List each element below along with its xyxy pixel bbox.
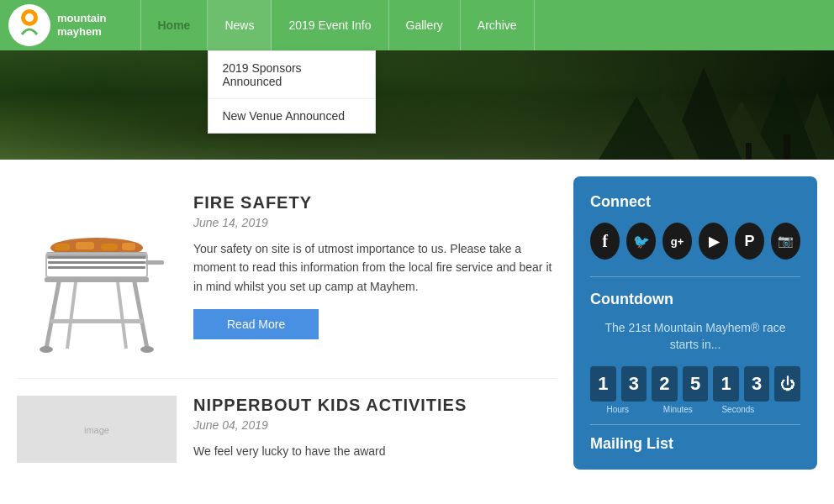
article-nipperbout-body: NIPPERBOUT KIDS ACTIVITIES June 04, 2019… bbox=[193, 396, 557, 474]
sidebar-card: Connect f 🐦 g+ ▶ P 📷 Countdown The 21st … bbox=[573, 176, 817, 470]
logo-icon bbox=[8, 4, 50, 46]
logo[interactable]: mountain mayhem bbox=[8, 4, 107, 46]
nav-items: Home News 2019 Sponsors Announced New Ve… bbox=[140, 0, 826, 50]
article-nipperbout-image: image bbox=[17, 396, 177, 463]
svg-rect-14 bbox=[101, 244, 118, 250]
svg-line-25 bbox=[118, 282, 126, 349]
power-icon: ⏻ bbox=[774, 366, 800, 402]
seconds-digit-2: 3 bbox=[744, 366, 770, 402]
pinterest-icon[interactable]: P bbox=[735, 223, 764, 260]
bbq-grill-icon bbox=[21, 202, 172, 361]
svg-point-26 bbox=[40, 346, 53, 353]
mailing-divider bbox=[590, 424, 800, 425]
seconds-label: Seconds bbox=[710, 405, 766, 414]
svg-rect-18 bbox=[48, 261, 145, 264]
dropdown-item-venue[interactable]: New Venue Announced bbox=[208, 99, 375, 133]
nav-item-archive[interactable]: Archive bbox=[461, 0, 535, 50]
content-area: FIRE SAFETY June 14, 2019 Your safety on… bbox=[17, 176, 557, 491]
svg-rect-15 bbox=[122, 243, 135, 250]
svg-line-23 bbox=[135, 282, 147, 349]
google-plus-icon[interactable]: g+ bbox=[662, 223, 692, 260]
nav-item-home[interactable]: Home bbox=[140, 0, 208, 50]
youtube-icon[interactable]: ▶ bbox=[699, 223, 728, 260]
countdown-title: Countdown bbox=[590, 291, 800, 308]
countdown-labels-row: Hours Minutes Seconds bbox=[590, 405, 800, 414]
article-fire-safety-body: FIRE SAFETY June 14, 2019 Your safety on… bbox=[193, 193, 557, 361]
countdown-digits: 1 3 2 5 1 3 ⏻ bbox=[590, 366, 800, 402]
svg-rect-19 bbox=[48, 266, 145, 269]
sidebar: Connect f 🐦 g+ ▶ P 📷 Countdown The 21st … bbox=[573, 176, 817, 491]
article-nipperbout-title: NIPPERBOUT KIDS ACTIVITIES bbox=[193, 396, 557, 415]
nav-item-event-info[interactable]: 2019 Event Info bbox=[272, 0, 388, 50]
article-fire-safety-image bbox=[17, 193, 177, 361]
article-nipperbout: image NIPPERBOUT KIDS ACTIVITIES June 04… bbox=[17, 379, 557, 491]
hours-label: Hours bbox=[590, 405, 646, 414]
connect-divider bbox=[590, 276, 800, 277]
seconds-digit-1: 1 bbox=[713, 366, 739, 402]
hero-trees-svg bbox=[498, 50, 834, 160]
article-nipperbout-date: June 04, 2019 bbox=[193, 418, 557, 432]
facebook-icon[interactable]: f bbox=[590, 223, 620, 260]
main-content: FIRE SAFETY June 14, 2019 Your safety on… bbox=[0, 160, 834, 491]
svg-line-24 bbox=[67, 282, 76, 349]
article-fire-safety-text: Your safety on site is of utmost importa… bbox=[193, 239, 557, 296]
dropdown-item-sponsors[interactable]: 2019 Sponsors Announced bbox=[208, 51, 375, 99]
nipperbout-image-placeholder: image bbox=[17, 396, 177, 463]
read-more-button[interactable]: Read More bbox=[193, 309, 319, 339]
nav-item-news[interactable]: News 2019 Sponsors Announced New Venue A… bbox=[208, 0, 272, 50]
news-dropdown: 2019 Sponsors Announced New Venue Announ… bbox=[208, 50, 376, 134]
social-icons: f 🐦 g+ ▶ P 📷 bbox=[590, 223, 800, 260]
svg-point-27 bbox=[140, 346, 154, 353]
countdown-subtitle: The 21st Mountain Mayhem® race starts in… bbox=[590, 320, 800, 353]
svg-rect-12 bbox=[55, 244, 70, 250]
article-fire-safety: FIRE SAFETY June 14, 2019 Your safety on… bbox=[17, 176, 557, 379]
svg-rect-9 bbox=[784, 134, 790, 160]
svg-rect-10 bbox=[746, 143, 752, 160]
minutes-digit-2: 5 bbox=[683, 366, 709, 402]
logo-text: mountain mayhem bbox=[57, 12, 107, 38]
svg-line-22 bbox=[46, 282, 59, 349]
connect-title: Connect bbox=[590, 193, 800, 211]
article-nipperbout-text: We feel very lucky to have the award bbox=[193, 442, 557, 460]
twitter-icon[interactable]: 🐦 bbox=[626, 223, 656, 260]
svg-rect-17 bbox=[48, 256, 145, 259]
svg-point-2 bbox=[25, 13, 34, 22]
instagram-icon[interactable]: 📷 bbox=[771, 223, 800, 260]
svg-rect-13 bbox=[76, 242, 94, 249]
hours-digit-1: 1 bbox=[590, 366, 616, 402]
hero-image bbox=[0, 50, 834, 160]
mailing-list-title: Mailing List bbox=[590, 435, 800, 453]
main-nav: mountain mayhem Home News 2019 Sponsors … bbox=[0, 0, 834, 50]
svg-rect-29 bbox=[145, 260, 164, 265]
minutes-label: Minutes bbox=[651, 405, 706, 414]
svg-rect-28 bbox=[50, 319, 143, 323]
svg-text:image: image bbox=[84, 425, 109, 435]
nav-item-gallery[interactable]: Gallery bbox=[389, 0, 461, 50]
minutes-digit-1: 2 bbox=[652, 366, 678, 402]
article-fire-safety-date: June 14, 2019 bbox=[193, 216, 557, 229]
article-fire-safety-title: FIRE SAFETY bbox=[193, 193, 557, 213]
hours-digit-2: 3 bbox=[621, 366, 647, 402]
